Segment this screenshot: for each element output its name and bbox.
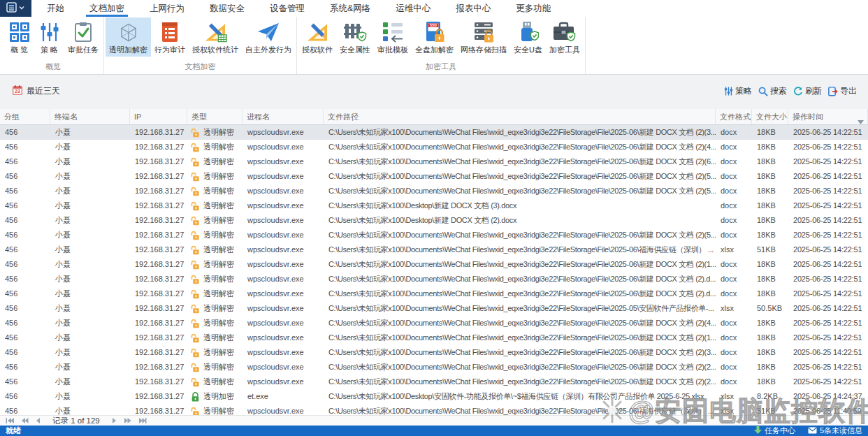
column-header-终端名[interactable]: 终端名 [50,109,130,124]
unlock-icon [191,348,200,358]
task-center-button[interactable]: 任务中心 [754,426,795,436]
cell-time: 2025-06-25 14:22:51 [788,184,868,198]
table-row[interactable]: 456小聂192.168.31.27透明解密wpscloudsvr.exeC:\… [0,140,868,154]
column-chooser-icon[interactable] [858,115,864,127]
unlock-icon [191,216,200,226]
tab-数据安全[interactable]: 数据安全 [197,0,257,17]
ribbon-button-审批任务[interactable]: 审批任务 [64,17,102,57]
app-menu-button[interactable] [0,0,31,17]
cell-size: 50.5KB [752,301,788,316]
ribbon-button-安全U盘[interactable]: 安全U盘 [510,17,546,57]
cell-process: wpscloudsvr.exe [243,272,324,286]
cell-group: 456 [0,257,50,272]
tab-报表中心[interactable]: 报表中心 [443,0,503,17]
next-group-button[interactable] [122,418,133,423]
sliders-sm-icon [724,87,733,96]
table-row[interactable]: 456小聂192.168.31.27透明解密wpscloudsvr.exeC:\… [0,316,868,330]
table-row[interactable]: 456小聂192.168.31.27透明解密wpscloudsvr.exeC:\… [0,257,868,272]
unread-messages-button[interactable]: 5条未读信息 [808,426,862,436]
cell-ip: 192.168.31.27 [130,228,187,242]
cell-path: C:\Users\未知玩家x100\Desktop\新建 DOCX 文档 (3)… [324,198,716,213]
export-icon [828,87,838,96]
recent-three-days-button[interactable]: 23 最近三天 [13,85,60,97]
column-header-文件格式[interactable]: 文件格式 [716,109,752,124]
table-row[interactable]: 456小聂192.168.31.27透明解密wpscloudsvr.exeC:\… [0,228,868,242]
table-row[interactable]: 456小聂192.168.31.27透明解密wpscloudsvr.exeC:\… [0,345,868,360]
table-row[interactable]: 456小聂192.168.31.27透明解密wpscloudsvr.exeC:\… [0,169,868,184]
table-row[interactable]: 456小聂192.168.31.27透明解密wpscloudsvr.exeC:\… [0,375,868,389]
column-header-进程名[interactable]: 进程名 [243,109,324,124]
unlock-icon [191,157,200,167]
cell-time: 2025-06-25 14:22:51 [788,125,868,140]
table-row[interactable]: 456小聂192.168.31.27透明解密wpscloudsvr.exeC:\… [0,198,868,213]
cell-ip: 192.168.31.27 [130,272,187,286]
task-center-label: 任务中心 [765,426,795,436]
cell-fmt: docx [716,316,752,330]
导出-button[interactable]: 导出 [828,85,857,97]
cell-time: 2025-06-25 14:22:51 [788,242,868,257]
toolbar-actions: 策略搜索刷新导出 [724,85,857,97]
prev-page-button[interactable] [34,418,43,423]
table-row[interactable]: 456小聂192.168.31.27透明解密wpscloudsvr.exeC:\… [0,154,868,169]
unlock-icon [191,275,200,284]
ribbon-button-授权软件[interactable]: 授权软件 [298,17,336,57]
table-row[interactable]: 456小聂192.168.31.27透明解密wpscloudsvr.exeC:\… [0,330,868,345]
cell-path: C:\Users\未知玩家x100\Documents\WeChat Files… [324,360,716,375]
cell-fmt: docx [716,272,752,286]
ribbon-button-网络存储扫描[interactable]: 网络存储扫描 [457,17,510,57]
table-row[interactable]: 456小聂192.168.31.27透明解密wpscloudsvr.exeC:\… [0,286,868,301]
column-header-类型[interactable]: 类型 [187,109,243,124]
cell-terminal: 小聂 [50,169,130,184]
ribbon-button-透明加解密[interactable]: 透明加解密 [106,17,151,57]
unlock-icon [191,128,200,138]
tab-设备管理[interactable]: 设备管理 [257,0,317,17]
table-row[interactable]: 456小聂192.168.31.27透明解密wpscloudsvr.exeC:\… [0,404,868,415]
ribbon-button-策略[interactable]: 策 略 [34,17,64,57]
table-row[interactable]: 456小聂192.168.31.27透明解密wpscloudsvr.exeC:\… [0,213,868,228]
next-page-button[interactable] [110,418,119,423]
table-row[interactable]: 456小聂192.168.31.27透明解密wpscloudsvr.exeC:\… [0,301,868,316]
table-row[interactable]: 456小聂192.168.31.27透明解密wpscloudsvr.exeC:\… [0,272,868,286]
prev-group-button[interactable] [19,418,31,423]
ribbon-button-自主外发行为[interactable]: 自主外发行为 [242,17,295,57]
ribbon-button-安全属性[interactable]: 安全属性 [336,17,374,57]
ribbon-button-审批模板[interactable]: 审批模板 [374,17,412,57]
tab-文档加密[interactable]: 文档加密 [77,0,137,17]
ribbon-button-行为审计[interactable]: 行为审计 [151,17,189,57]
table-row[interactable]: 456小聂192.168.31.27透明加密et.exeC:\Users\未知玩… [0,389,868,404]
type-label: 透明解密 [203,375,234,389]
table-row[interactable]: 456小聂192.168.31.27透明解密wpscloudsvr.exeC:\… [0,360,868,375]
tab-系统&网络[interactable]: 系统&网络 [317,0,383,17]
last-page-button[interactable] [136,418,149,423]
cell-type: 透明解密 [187,404,243,415]
tab-更多功能[interactable]: 更多功能 [503,0,563,17]
刷新-button[interactable]: 刷新 [793,85,822,97]
cell-process: wpscloudsvr.exe [243,345,324,360]
cell-terminal: 小聂 [50,330,130,345]
ribbon-button-授权软件统计[interactable]: 授权软件统计 [189,17,242,57]
table-row[interactable]: 456小聂192.168.31.27透明解密wpscloudsvr.exeC:\… [0,125,868,140]
tab-上网行为[interactable]: 上网行为 [137,0,197,17]
cell-type: 透明解密 [187,140,243,154]
tab-运维中心[interactable]: 运维中心 [383,0,443,17]
column-header-分组[interactable]: 分组 [0,109,50,124]
column-header-文件路径[interactable]: 文件路径 [324,109,716,124]
table-row[interactable]: 456小聂192.168.31.27透明解密wpscloudsvr.exeC:\… [0,184,868,198]
table-row[interactable]: 456小聂192.168.31.27透明解密wpscloudsvr.exeC:\… [0,242,868,257]
column-header-操作时间[interactable]: 操作时间 [788,109,868,124]
cell-fmt: xlsx [716,389,752,404]
cell-path: C:\Users\未知玩家x100\Documents\WeChat Files… [324,301,716,316]
策略-button[interactable]: 策略 [724,85,752,97]
cell-type: 透明解密 [187,125,243,140]
column-header-IP[interactable]: IP [130,109,187,124]
column-header-文件大小[interactable]: 文件大小 [752,109,788,124]
first-page-button[interactable] [3,418,16,423]
ribbon-button-概览[interactable]: 概 览 [4,17,34,57]
tab-开始[interactable]: 开始 [34,0,77,17]
ribbon-group-label: 加密工具 [298,60,584,74]
type-label: 透明解密 [203,301,234,316]
ribbon-button-加密工具[interactable]: 加密工具 [546,17,584,57]
cell-terminal: 小聂 [50,228,130,242]
搜索-button[interactable]: 搜索 [758,85,787,97]
ribbon-button-全盘加解密[interactable]: SSD全盘加解密 [412,17,457,57]
